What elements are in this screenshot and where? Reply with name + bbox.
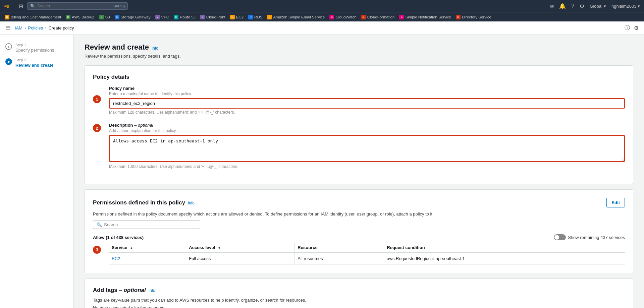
- bookmark-label-route53: Route 53: [180, 15, 196, 19]
- bookmark-label-cloudformation: CloudFormation: [367, 15, 395, 19]
- policy-name-input[interactable]: [109, 98, 625, 109]
- page-title: Review and create: [85, 43, 149, 52]
- breadcrumb-sep-2: ›: [45, 25, 46, 30]
- settings-icon[interactable]: ⚙: [580, 3, 584, 9]
- settings-gear-icon[interactable]: ⚙: [634, 25, 639, 31]
- user-menu[interactable]: nghialm2603 ▾: [611, 4, 640, 9]
- breadcrumb-iam[interactable]: IAM: [15, 25, 22, 30]
- policy-details-card: Policy details 1 Policy name Enter a mea…: [85, 65, 633, 184]
- bookmark-label-ec2: EC2: [236, 15, 244, 19]
- permissions-header: Permissions defined in this policy Info …: [93, 198, 625, 207]
- permissions-search-bar[interactable]: 🔍: [93, 221, 200, 229]
- aws-logo[interactable]: aws: [4, 3, 15, 9]
- hamburger-icon[interactable]: ☰: [5, 24, 11, 32]
- allow-label: Allow (1 of 438 services): [93, 235, 144, 240]
- bookmark-cloudwatch[interactable]: CCloudWatch: [327, 14, 358, 20]
- col-service[interactable]: Service ▲: [109, 243, 186, 252]
- bookmark-icon-ec2: E: [230, 15, 235, 19]
- global-search-input[interactable]: [37, 4, 112, 8]
- bookmark-ds[interactable]: DDirectory Service: [454, 14, 493, 20]
- bookmark-s3[interactable]: SS3: [97, 14, 112, 20]
- step-1-item: ● Step 1 Specify permissions: [5, 43, 68, 53]
- bookmark-ec2[interactable]: EEC2: [228, 14, 246, 20]
- desc-label: Description – optional: [109, 123, 625, 128]
- permissions-title: Permissions defined in this policy: [93, 199, 185, 206]
- bookmark-icon-route53: R: [174, 15, 178, 19]
- breadcrumb-policies[interactable]: Policies: [28, 25, 43, 30]
- page-subtitle: Review the permissions, specify details,…: [85, 54, 633, 59]
- service-link[interactable]: EC2: [112, 256, 120, 261]
- bookmark-icon-s3: S: [99, 15, 104, 19]
- permissions-table: Service ▲ Access level ▼ Resource: [109, 243, 625, 265]
- svg-text:aws: aws: [4, 4, 9, 7]
- bookmark-route53[interactable]: RRoute 53: [172, 14, 198, 20]
- mail-icon[interactable]: ✉: [549, 3, 554, 9]
- bookmark-rds[interactable]: RRDS: [246, 14, 264, 20]
- sidebar: ● Step 1 Specify permissions ● Step 2 Re…: [0, 35, 74, 308]
- bookmark-backup[interactable]: BAWS Backup: [64, 14, 96, 20]
- step-1-title[interactable]: Specify permissions: [15, 48, 54, 53]
- page-info-link[interactable]: Info: [152, 46, 158, 51]
- bookmark-label-cloudwatch: CloudWatch: [335, 15, 356, 19]
- show-remaining-toggle[interactable]: [554, 234, 566, 240]
- user-chevron-icon: ▾: [638, 4, 640, 9]
- step-badge-2: 2: [93, 124, 101, 132]
- bookmark-label-billing: Billing and Cost Management: [11, 15, 61, 19]
- allow-row: Allow (1 of 438 services) Show remaining…: [93, 234, 625, 240]
- tags-card: Add tags – optional Info Tags are key-va…: [85, 279, 633, 308]
- bookmark-storage-gateway[interactable]: SStorage Gateway: [113, 14, 153, 20]
- step-2-title[interactable]: Review and create: [15, 63, 53, 68]
- bookmark-billing[interactable]: BBilling and Cost Management: [3, 14, 63, 20]
- policy-name-group: Policy name Enter a meaningful name to i…: [109, 86, 625, 115]
- global-search-bar[interactable]: 🔍 [Alt+S]: [27, 2, 128, 10]
- edit-button[interactable]: Edit: [606, 198, 625, 207]
- bookmark-icon-cloudwatch: C: [329, 15, 334, 19]
- bookmark-cloudformation[interactable]: CCloudFormation: [359, 14, 397, 20]
- policy-desc-group: Description – optional Add a short expla…: [109, 123, 625, 169]
- bookmark-label-s3: S3: [105, 15, 110, 19]
- desc-max-hint: Maximum 1,000 characters. Use alphanumer…: [109, 164, 625, 169]
- nav-right-group: ✉ 🔔 ? ⚙ Global ▾ nghialm2603 ▾: [549, 3, 640, 9]
- bookmark-ses[interactable]: SAmazon Simple Email Service: [265, 14, 327, 20]
- help-icon[interactable]: ?: [571, 3, 574, 9]
- name-max-hint: Maximum 128 characters. Use alphanumeric…: [109, 110, 625, 115]
- col-resource: Resource: [295, 243, 384, 252]
- bookmark-bar: BBilling and Cost ManagementBAWS BackupS…: [0, 12, 644, 21]
- region-selector[interactable]: Global ▾: [590, 4, 606, 9]
- col-access[interactable]: Access level ▼: [186, 243, 295, 252]
- tags-info-link[interactable]: Info: [149, 288, 155, 293]
- bookmark-cloudfront[interactable]: CCloudFront: [198, 14, 227, 20]
- content-area: Review and create Info Review the permis…: [74, 35, 644, 308]
- desc-hint: Add a short explanation for this policy.: [109, 128, 625, 133]
- col-request-condition: Request condition: [384, 243, 625, 252]
- tags-optional: – optional: [117, 287, 146, 293]
- step-2-item: ● Step 2 Review and create: [5, 58, 68, 68]
- info-circle-icon[interactable]: ⓘ: [625, 24, 630, 32]
- bookmark-icon-rds: R: [248, 15, 253, 19]
- permissions-search-icon: 🔍: [97, 222, 102, 227]
- cell-service[interactable]: EC2: [109, 252, 186, 265]
- bookmark-icon-billing: B: [5, 15, 9, 19]
- breadcrumb-sep-1: ›: [24, 25, 26, 30]
- bell-icon[interactable]: 🔔: [559, 3, 566, 9]
- no-tags-msg: No tags associated with the resource.: [93, 305, 625, 308]
- step-1-content: Step 1 Specify permissions: [15, 43, 54, 53]
- region-chevron-icon: ▾: [604, 4, 606, 9]
- bookmark-sns[interactable]: SSimple Notification Service: [397, 14, 453, 20]
- grid-icon[interactable]: ⊞: [19, 3, 23, 9]
- permissions-search-input[interactable]: [104, 222, 197, 227]
- top-navigation: aws ⊞ 🔍 [Alt+S] ✉ 🔔 ? ⚙ Global ▾ nghialm…: [0, 0, 644, 12]
- region-label: Global: [590, 4, 602, 9]
- policy-desc-textarea[interactable]: Allows access EC2 in ap-southeast-1 only: [109, 135, 625, 162]
- permissions-info-link[interactable]: Info: [188, 201, 195, 205]
- bookmark-icon-ds: D: [456, 15, 461, 19]
- page-title-row: Review and create Info: [85, 43, 633, 52]
- search-shortcut: [Alt+S]: [114, 4, 125, 8]
- bookmark-label-ses: Amazon Simple Email Service: [273, 15, 325, 19]
- bookmark-vpc[interactable]: VVPC: [153, 14, 171, 20]
- show-remaining-label: Show remaining 437 services: [568, 235, 625, 240]
- policy-details-title: Policy details: [93, 74, 625, 80]
- cell-resource: All resources: [295, 252, 384, 265]
- bookmark-icon-cloudformation: C: [361, 15, 366, 19]
- search-icon: 🔍: [30, 4, 35, 8]
